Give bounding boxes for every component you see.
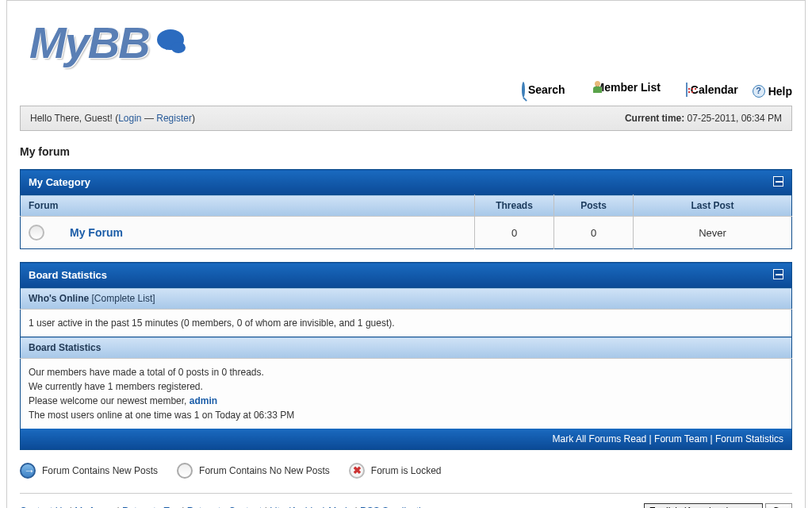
help-link[interactable]: ? Help	[753, 85, 792, 98]
newest-member-link[interactable]: admin	[190, 395, 217, 406]
stats-table: Board Statistics Who's Online [Complete …	[20, 262, 792, 450]
language-select[interactable]: English (American)	[644, 503, 763, 508]
mark-read-link[interactable]: Mark All Forums Read	[553, 433, 647, 444]
collapse-icon[interactable]	[773, 176, 783, 187]
board-stats-body: Our members have made a total of 0 posts…	[21, 359, 792, 429]
posts-count: 0	[554, 217, 634, 249]
col-forum: Forum	[21, 195, 475, 217]
new-posts-icon	[20, 463, 36, 479]
legend: Forum Contains New Posts Forum Contains …	[20, 463, 792, 479]
search-icon	[512, 83, 525, 96]
no-new-posts-icon	[177, 463, 193, 479]
speech-bubble-icon	[152, 28, 187, 58]
table-row: My Forum 0 0 Never	[21, 217, 792, 249]
legend-locked: Forum is Locked	[371, 465, 442, 476]
threads-count: 0	[475, 217, 554, 249]
col-threads: Threads	[475, 195, 554, 217]
person-icon	[579, 81, 592, 94]
register-link[interactable]: Register	[156, 113, 192, 124]
logo-text: MyBB	[29, 17, 149, 68]
search-label: Search	[528, 83, 565, 96]
whos-online-label: Who's Online	[29, 293, 89, 304]
forum-status-icon	[29, 225, 44, 241]
category-table: My Category Forum Threads Posts Last Pos…	[20, 169, 792, 249]
legend-new: Forum Contains New Posts	[42, 465, 158, 476]
search-link[interactable]: Search	[512, 83, 565, 96]
forum-team-link[interactable]: Forum Team	[654, 433, 707, 444]
breadcrumb[interactable]: My forum	[20, 145, 792, 158]
category-title[interactable]: My Category	[29, 176, 90, 188]
locked-icon	[349, 463, 365, 479]
collapse-icon[interactable]	[773, 269, 783, 279]
col-lastpost: Last Post	[634, 195, 792, 217]
complete-list-link[interactable]: [Complete List]	[92, 293, 155, 304]
forum-link[interactable]: My Forum	[70, 226, 123, 239]
current-time-label: Current time:	[625, 113, 684, 124]
stats-title: Board Statistics	[29, 269, 107, 281]
memberlist-link[interactable]: Member List	[579, 81, 660, 94]
login-link[interactable]: Login	[118, 113, 141, 124]
calendar-label: Calendar	[691, 83, 738, 96]
col-posts: Posts	[554, 195, 634, 217]
greeting-text: Hello There, Guest! (	[30, 113, 118, 124]
help-icon: ?	[753, 85, 765, 98]
go-button[interactable]: Go	[765, 503, 792, 508]
help-label: Help	[768, 85, 792, 98]
current-time-value: 07-25-2011, 06:34 PM	[684, 113, 782, 124]
calendar-link[interactable]: Calendar	[675, 83, 738, 96]
memberlist-label: Member List	[595, 81, 660, 94]
forum-statistics-link[interactable]: Forum Statistics	[715, 433, 783, 444]
legend-nonew: Forum Contains No New Posts	[199, 465, 330, 476]
lastpost-value: Never	[634, 217, 792, 249]
online-text: 1 user active in the past 15 minutes (0 …	[21, 310, 792, 337]
logo[interactable]: MyBB	[29, 17, 789, 68]
board-stats-subtitle: Board Statistics	[21, 337, 792, 359]
welcome-bar: Hello There, Guest! (Login — Register) C…	[20, 106, 792, 131]
calendar-icon	[675, 83, 688, 96]
